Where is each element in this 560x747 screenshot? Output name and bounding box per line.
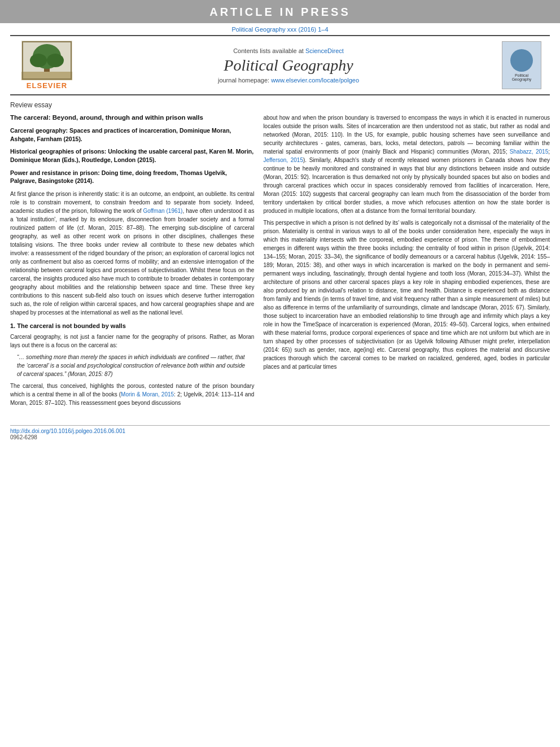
footer: http://dx.doi.org/10.1016/j.polgeo.2016.… <box>10 425 550 440</box>
book-citation-3: Power and resistance in prison: Doing ti… <box>10 169 254 185</box>
goffman-link[interactable]: Goffman (1961) <box>143 208 182 214</box>
left-column: The carceral: Beyond, around, through an… <box>10 113 254 410</box>
right-column: about how and when the prison boundary i… <box>263 113 550 410</box>
section1-heading: 1. The carceral is not bounded by walls <box>10 322 254 329</box>
article-in-press-banner: ARTICLE IN PRESS <box>0 0 560 23</box>
left-body-para1: At first glance the prison is inherently… <box>10 190 254 317</box>
review-essay-label: Review essay <box>10 101 550 109</box>
two-col-layout: The carceral: Beyond, around, through an… <box>10 113 550 410</box>
sciencedirect-prefix: Contents lists available at <box>233 47 304 54</box>
journal-ref-line: Political Geography xxx (2016) 1–4 <box>0 23 560 35</box>
header-right: PoliticalGeography <box>493 41 550 89</box>
page: ARTICLE IN PRESS Political Geography xxx… <box>0 0 560 747</box>
journal-cover-globe <box>510 49 533 72</box>
header-center: Contents lists available at ScienceDirec… <box>84 47 493 84</box>
svg-point-5 <box>47 54 64 67</box>
journal-cover-text: PoliticalGeography <box>512 73 532 81</box>
jefferson-link[interactable]: Jefferson, 2015 <box>263 157 303 163</box>
sciencedirect-line: Contents lists available at ScienceDirec… <box>89 47 488 54</box>
header-section: ELSEVIER Contents lists available at Sci… <box>10 36 550 95</box>
footer-doi[interactable]: http://dx.doi.org/10.1016/j.polgeo.2016.… <box>10 428 550 434</box>
book-citation-1: Carceral geography: Spaces and practices… <box>10 126 254 143</box>
book-citation-2: Historical geographies of prisons: Unloc… <box>10 147 254 164</box>
svg-point-4 <box>30 54 47 67</box>
homepage-prefix: journal homepage: <box>218 77 269 84</box>
sciencedirect-link[interactable]: ScienceDirect <box>305 47 344 54</box>
morin-moran-link[interactable]: Morin & Moran, 2015 <box>121 391 174 397</box>
right-body-para2: This perspective in which a prison is no… <box>263 219 550 371</box>
elsevier-tree-image <box>21 41 72 80</box>
journal-cover-thumbnail: PoliticalGeography <box>502 41 541 89</box>
left-body-para2: Carceral geography, is not just a fancie… <box>10 333 254 350</box>
shabazz-link[interactable]: Shabazz, 2015 <box>510 148 548 155</box>
footer-issn: 0962-6298 <box>10 434 550 440</box>
banner-text: ARTICLE IN PRESS <box>209 6 351 18</box>
left-body-para3: The carceral, thus conceived, highlights… <box>10 382 254 407</box>
article-main-title: The carceral: Beyond, around, through an… <box>10 113 254 122</box>
elsevier-label: ELSEVIER <box>27 81 67 90</box>
block-quote: “… something more than merely the spaces… <box>17 353 247 378</box>
journal-ref-text: Political Geography xxx (2016) 1–4 <box>231 26 328 33</box>
right-body-para1: about how and when the prison boundary i… <box>263 113 550 215</box>
homepage-url[interactable]: www.elsevier.com/locate/polgeo <box>271 77 359 84</box>
content-area: Review essay The carceral: Beyond, aroun… <box>0 95 560 421</box>
elsevier-logo: ELSEVIER <box>10 41 84 90</box>
journal-homepage-line: journal homepage: www.elsevier.com/locat… <box>89 77 488 84</box>
journal-title: Political Geography <box>89 56 488 75</box>
